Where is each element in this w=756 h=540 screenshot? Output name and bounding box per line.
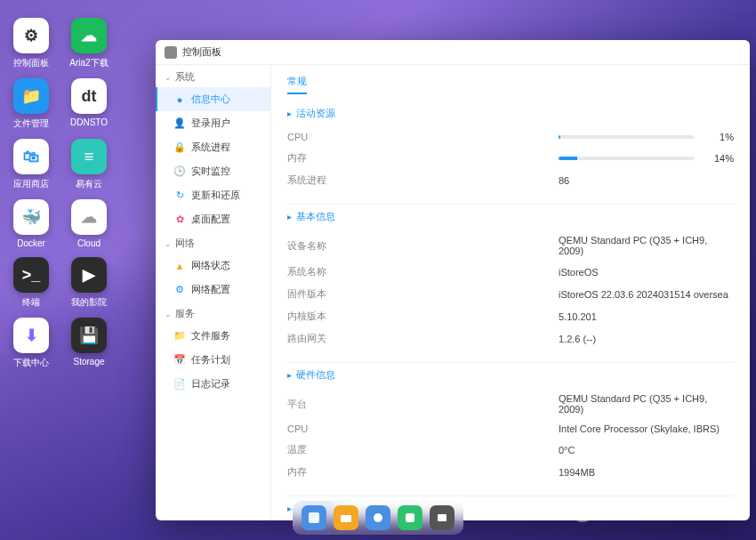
svg-point-1 xyxy=(374,513,382,522)
sidebar-item-任务计划[interactable]: 📅任务计划 xyxy=(156,348,270,372)
app-icon: 🛍 xyxy=(13,139,49,174)
app-icon: ▶ xyxy=(71,257,107,293)
section-hardware: ▸硬件信息 平台QEMU Standard PC (Q35 + ICH9, 20… xyxy=(287,362,734,483)
app-icon: ☁ xyxy=(71,199,107,235)
desktop-icon-易有云[interactable]: ≡易有云 xyxy=(67,139,111,190)
info-row: 内存1994MB xyxy=(287,461,734,483)
sidebar-icon: 📅 xyxy=(173,354,186,367)
tab-overview[interactable]: 常规 xyxy=(287,75,307,94)
info-row: 内核版本5.10.201 xyxy=(287,305,734,327)
dock xyxy=(293,501,463,535)
desktop-icon-我的影院[interactable]: ▶我的影院 xyxy=(67,257,111,309)
section-activity: ▸活动资源 CPU 1% 内存 14% 系统进程 86 xyxy=(287,107,734,191)
info-row: 系统名称iStoreOS xyxy=(287,261,734,283)
info-row: 固件版本iStoreOS 22.03.6 2024031514 oversea xyxy=(287,283,734,305)
titlebar[interactable]: 控制面板 xyxy=(156,40,750,65)
sidebar-icon: 👤 xyxy=(173,117,186,130)
sidebar-icon: ▲ xyxy=(173,260,186,272)
sidebar-item-网络状态[interactable]: ▲网络状态 xyxy=(156,254,270,278)
app-icon: >_ xyxy=(13,257,49,293)
sidebar-item-网络配置[interactable]: ⚙网络配置 xyxy=(156,278,270,302)
app-icon: ≡ xyxy=(71,139,107,174)
sidebar-group[interactable]: ⌄网络 xyxy=(156,231,270,254)
wechat-icon: ෧ xyxy=(571,499,594,522)
app-icon: ⚙ xyxy=(13,18,49,53)
window-icon xyxy=(165,46,177,59)
desktop-icon-Cloud[interactable]: ☁Cloud xyxy=(67,199,111,248)
chevron-down-icon: ⌄ xyxy=(165,239,172,248)
desktop-icon-终端[interactable]: >_终端 xyxy=(9,257,53,309)
sidebar-icon: 📄 xyxy=(173,378,186,391)
mem-bar xyxy=(559,157,695,160)
dock-item-5[interactable] xyxy=(430,505,454,530)
app-icon: dt xyxy=(71,78,107,114)
sidebar-item-更新和还原[interactable]: ↻更新和还原 xyxy=(156,183,270,207)
svg-rect-0 xyxy=(309,512,319,523)
sidebar-item-文件服务[interactable]: 📁文件服务 xyxy=(156,324,270,348)
app-icon: 💾 xyxy=(71,318,107,353)
chevron-down-icon: ⌄ xyxy=(165,310,172,318)
window-title: 控制面板 xyxy=(182,45,221,59)
sidebar-group[interactable]: ⌄系统 xyxy=(156,65,270,87)
info-row: 温度0°C xyxy=(287,439,734,461)
app-icon: 🐳 xyxy=(13,199,49,235)
app-icon: ☁ xyxy=(71,18,107,53)
desktop-icon-控制面板[interactable]: ⚙控制面板 xyxy=(9,18,53,69)
info-row: CPUIntel Core Processor (Skylake, IBRS) xyxy=(287,419,734,439)
dock-item-2[interactable] xyxy=(334,505,358,530)
main-panel: 常规 ▸活动资源 CPU 1% 内存 14% 系统进程 86 xyxy=(271,65,750,520)
sidebar-item-桌面配置[interactable]: ✿桌面配置 xyxy=(156,207,270,231)
sidebar: ⌄系统●信息中心👤登录用户🔒系统进程🕒实时监控↻更新和还原✿桌面配置⌄网络▲网络… xyxy=(156,65,271,520)
sidebar-group[interactable]: ⌄服务 xyxy=(156,302,270,324)
cpu-bar xyxy=(559,135,695,139)
info-row: 路由网关1.2.6 (--) xyxy=(287,327,734,350)
svg-rect-3 xyxy=(438,514,446,521)
sidebar-icon: ↻ xyxy=(173,189,186,202)
svg-rect-2 xyxy=(406,513,414,522)
app-icon: 📁 xyxy=(13,78,49,114)
control-panel-window: 控制面板 ⌄系统●信息中心👤登录用户🔒系统进程🕒实时监控↻更新和还原✿桌面配置⌄… xyxy=(156,40,750,520)
watermark: ෧ 公众号 · iStoreOS xyxy=(571,499,729,522)
sidebar-icon: ⚙ xyxy=(173,284,186,296)
desktop-icon-Storage[interactable]: 💾Storage xyxy=(67,318,111,369)
app-icon: ⬇ xyxy=(13,318,49,353)
dock-item-3[interactable] xyxy=(366,505,390,530)
desktop-icon-Aria2下载[interactable]: ☁Aria2下载 xyxy=(67,18,111,69)
sidebar-icon: ✿ xyxy=(173,214,186,226)
desktop-icon-DDNSTO[interactable]: dtDDNSTO xyxy=(67,78,111,130)
tabs: 常规 xyxy=(287,69,734,94)
sidebar-icon: 🕒 xyxy=(173,165,186,178)
sidebar-item-登录用户[interactable]: 👤登录用户 xyxy=(156,111,270,135)
dock-item-4[interactable] xyxy=(398,505,422,530)
desktop-icon-Docker[interactable]: 🐳Docker xyxy=(9,199,53,248)
sidebar-icon: 📁 xyxy=(173,330,186,343)
sidebar-icon: ● xyxy=(173,93,186,106)
info-row: 设备名称QEMU Standard PC (Q35 + ICH9, 2009) xyxy=(287,230,734,261)
sidebar-item-日志记录[interactable]: 📄日志记录 xyxy=(156,372,270,396)
desktop-icon-文件管理[interactable]: 📁文件管理 xyxy=(9,78,53,130)
desktop-icon-下载中心[interactable]: ⬇下载中心 xyxy=(9,318,53,369)
chevron-down-icon: ⌄ xyxy=(165,73,172,82)
dock-item-1[interactable] xyxy=(302,505,326,530)
sidebar-item-信息中心[interactable]: ●信息中心 xyxy=(156,87,270,111)
sidebar-icon: 🔒 xyxy=(173,141,186,154)
sidebar-item-实时监控[interactable]: 🕒实时监控 xyxy=(156,159,270,183)
section-basic: ▸基本信息 设备名称QEMU Standard PC (Q35 + ICH9, … xyxy=(287,204,734,350)
sidebar-item-系统进程[interactable]: 🔒系统进程 xyxy=(156,135,270,159)
desktop-icon-应用商店[interactable]: 🛍应用商店 xyxy=(9,139,53,190)
info-row: 平台QEMU Standard PC (Q35 + ICH9, 2009) xyxy=(287,389,734,419)
